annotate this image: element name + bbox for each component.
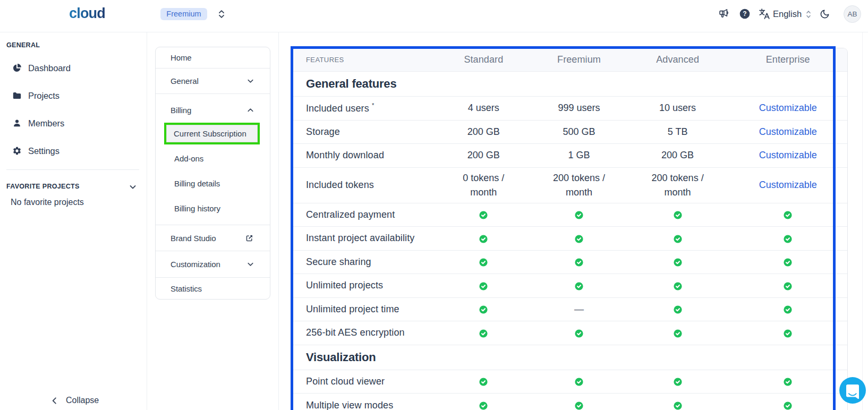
svg-text:?: ? (743, 10, 746, 18)
